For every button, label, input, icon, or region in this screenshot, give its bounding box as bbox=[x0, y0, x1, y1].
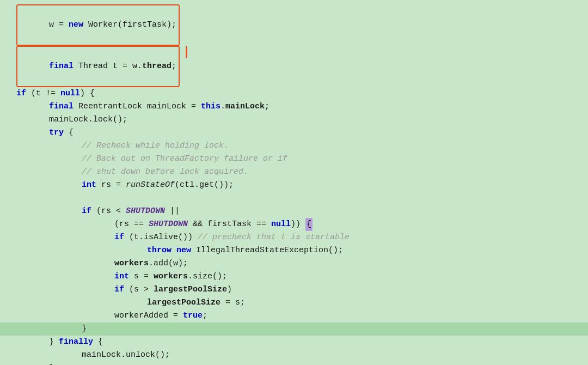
code-line-23: mainLock.unlock(); bbox=[0, 349, 588, 362]
code-line-24: } bbox=[0, 362, 588, 365]
code-line-15: throw new IllegalThreadStateException(); bbox=[0, 244, 588, 257]
code-text: final Thread t = w.thread; bbox=[16, 46, 180, 87]
code-line-1: w = new Worker(firstTask); bbox=[0, 4, 588, 46]
code-line-20: workerAdded = true; bbox=[0, 309, 588, 323]
code-line-11 bbox=[0, 192, 588, 205]
code-line-6: try { bbox=[0, 126, 588, 139]
code-line-10: int rs = runStateOf(ctl.get()); bbox=[0, 179, 588, 192]
code-line-22: } finally { bbox=[0, 336, 588, 349]
code-line-3: if (t != null) { bbox=[0, 87, 588, 100]
code-line-19: largestPoolSize = s; bbox=[0, 296, 588, 309]
code-line-2: final Thread t = w.thread; | bbox=[0, 46, 588, 87]
code-line-8: // Back out on ThreadFactory failure or … bbox=[0, 153, 588, 166]
code-line-7: // Recheck while holding lock. bbox=[0, 139, 588, 153]
code-line-17: int s = workers.size(); bbox=[0, 270, 588, 283]
code-line-13: (rs == SHUTDOWN && firstTask == null)) { bbox=[0, 218, 588, 231]
code-line-5: mainLock.lock(); bbox=[0, 113, 588, 126]
code-line-21: } bbox=[0, 323, 588, 336]
code-text: w = new Worker(firstTask); bbox=[16, 4, 180, 46]
code-line-9: // shut down before lock acquired. bbox=[0, 166, 588, 179]
cursor-annotation-1: | bbox=[183, 46, 190, 58]
brace-highlight: { bbox=[305, 218, 313, 231]
code-line-14: if (t.isAlive()) // precheck that t is s… bbox=[0, 231, 588, 244]
code-editor: w = new Worker(firstTask); final Thread … bbox=[0, 0, 588, 365]
code-line-4: final ReentrantLock mainLock = this.main… bbox=[0, 100, 588, 113]
code-line-16: workers.add(w); bbox=[0, 257, 588, 270]
code-line-12: if (rs < SHUTDOWN || bbox=[0, 205, 588, 218]
code-line-18: if (s > largestPoolSize) bbox=[0, 283, 588, 296]
